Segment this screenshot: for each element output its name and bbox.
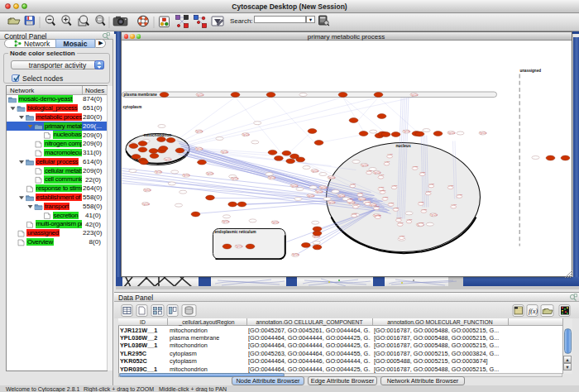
svg-text:Yl45w: Yl45w xyxy=(451,203,457,206)
svg-text:Yl45w: Yl45w xyxy=(418,200,423,203)
svg-text:Yl45w: Yl45w xyxy=(399,234,404,237)
svg-text:Ygr12w: Ygr12w xyxy=(235,245,242,248)
svg-text:Yl45w: Yl45w xyxy=(380,189,385,191)
svg-text:unassigned: unassigned xyxy=(519,69,541,73)
svg-text:Yl45w: Yl45w xyxy=(421,208,427,210)
svg-text:Yl45w: Yl45w xyxy=(375,213,380,216)
svg-text:Ygr12w: Ygr12w xyxy=(430,213,438,216)
svg-text:Yl45w: Yl45w xyxy=(384,160,390,163)
svg-text:Ygr12w: Ygr12w xyxy=(196,93,203,96)
svg-text:Yl45w: Yl45w xyxy=(366,169,372,171)
svg-text:Ygr12w: Ygr12w xyxy=(337,194,345,197)
svg-text:Yl45w: Yl45w xyxy=(357,191,363,194)
svg-text:Yl45w: Yl45w xyxy=(378,174,384,176)
svg-text:mitochondrion: mitochondrion xyxy=(143,133,171,137)
svg-text:Ygr12w: Ygr12w xyxy=(206,171,213,174)
svg-text:Yl45w: Yl45w xyxy=(419,170,425,173)
svg-text:Yl45w: Yl45w xyxy=(397,221,403,223)
svg-text:Yl45w: Yl45w xyxy=(447,184,453,186)
svg-text:Ygr12w: Ygr12w xyxy=(290,184,298,187)
svg-text:Ygr12w: Ygr12w xyxy=(182,174,189,177)
svg-text:f(x): f(x) xyxy=(529,308,538,315)
svg-text:Yl45w: Yl45w xyxy=(374,204,380,207)
svg-text:nucleus: nucleus xyxy=(395,144,410,148)
svg-text:Ygr12w: Ygr12w xyxy=(410,93,418,96)
svg-text:Ygr12w: Ygr12w xyxy=(142,202,150,205)
svg-text:Ygr12w: Ygr12w xyxy=(479,131,486,135)
svg-text:Yl45w: Yl45w xyxy=(412,165,418,167)
svg-text:Yl45w: Yl45w xyxy=(382,195,388,198)
svg-text:Yl45w: Yl45w xyxy=(352,212,357,214)
svg-text:Ygr12w: Ygr12w xyxy=(268,176,275,179)
svg-text:Yl45w: Yl45w xyxy=(352,203,358,206)
svg-text:Ygr12w: Ygr12w xyxy=(328,200,335,203)
svg-text:Ygr12w: Ygr12w xyxy=(231,177,238,180)
svg-text:Ygr12w: Ygr12w xyxy=(311,169,318,172)
svg-text:Ygr12w: Ygr12w xyxy=(143,188,151,191)
svg-text:Yl45w: Yl45w xyxy=(391,184,397,186)
svg-text:Yl45w: Yl45w xyxy=(418,221,423,223)
svg-text:Ygr12w: Ygr12w xyxy=(242,132,249,136)
svg-text:Ygr12w: Ygr12w xyxy=(328,175,335,179)
svg-text:Ygr12w: Ygr12w xyxy=(315,189,323,193)
svg-text:Ygr12w: Ygr12w xyxy=(221,150,228,153)
svg-text:Ygr12w: Ygr12w xyxy=(195,130,203,133)
svg-text:Yl45w: Yl45w xyxy=(387,153,393,155)
svg-text:Ygr12w: Ygr12w xyxy=(222,220,229,223)
svg-text:Yl45w: Yl45w xyxy=(365,200,371,203)
svg-text:Yl45w: Yl45w xyxy=(378,185,384,188)
svg-text:plasma membrane: plasma membrane xyxy=(123,93,157,97)
svg-text:Yl45w: Yl45w xyxy=(395,217,401,219)
svg-text:Ygr12w: Ygr12w xyxy=(403,130,410,133)
svg-text:Yl45w: Yl45w xyxy=(457,193,462,195)
svg-text:Yl45w: Yl45w xyxy=(425,190,431,193)
svg-text:Ygr12w: Ygr12w xyxy=(195,147,203,151)
svg-text:Ygr12w: Ygr12w xyxy=(361,163,368,166)
svg-text:Ygr12w: Ygr12w xyxy=(155,170,162,174)
svg-text:Yl45w: Yl45w xyxy=(428,183,434,185)
svg-text:Yl45w: Yl45w xyxy=(350,183,356,185)
svg-text:Ygr12w: Ygr12w xyxy=(307,194,314,197)
svg-text:Yl45w: Yl45w xyxy=(388,201,394,203)
svg-text:Search:: Search: xyxy=(230,17,253,25)
svg-text:Ygr12w: Ygr12w xyxy=(291,253,299,256)
svg-text:Ygr12w: Ygr12w xyxy=(319,185,327,189)
svg-text:Ygr12w: Ygr12w xyxy=(164,157,171,160)
svg-text:Ygr12w: Ygr12w xyxy=(447,131,455,134)
svg-text:cytoplasm: cytoplasm xyxy=(122,105,141,109)
svg-text:Yl45w: Yl45w xyxy=(406,218,412,221)
svg-text:endoplasmic reticulum: endoplasmic reticulum xyxy=(214,229,256,233)
svg-text:Ygr12w: Ygr12w xyxy=(271,220,279,223)
svg-text:Yl45w: Yl45w xyxy=(347,197,352,199)
svg-text:Yl45w: Yl45w xyxy=(393,206,399,208)
